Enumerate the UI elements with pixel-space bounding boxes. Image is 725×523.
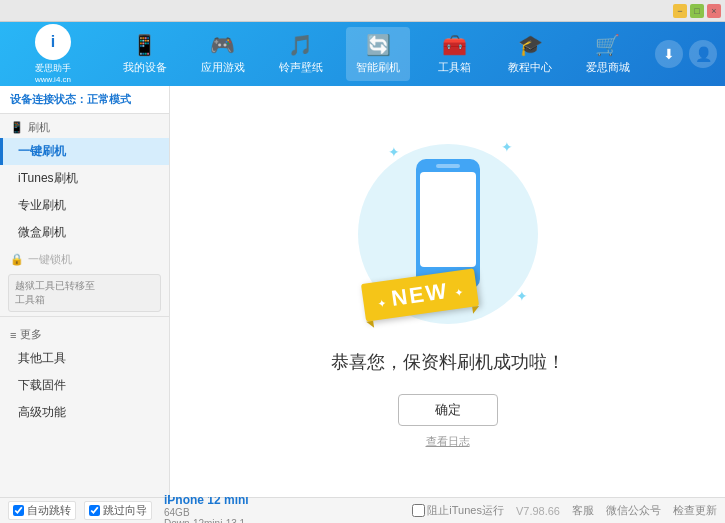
new-text: NEW bbox=[389, 278, 449, 311]
auto-redirect-input[interactable] bbox=[13, 505, 24, 516]
flash-section-label: 刷机 bbox=[28, 120, 50, 135]
ringtones-icon: 🎵 bbox=[288, 33, 313, 57]
sidebar-divider bbox=[0, 316, 169, 317]
auto-redirect-checkbox[interactable]: 自动跳转 bbox=[8, 501, 76, 520]
nav-items: 📱 我的设备 🎮 应用游戏 🎵 铃声壁纸 🔄 智能刷机 🧰 工具箱 🎓 教程中心… bbox=[106, 27, 647, 81]
toolbox-icon: 🧰 bbox=[442, 33, 467, 57]
more-section-icon: ≡ bbox=[10, 329, 16, 341]
version-text: V7.98.66 bbox=[516, 505, 560, 517]
minimize-button[interactable]: − bbox=[673, 4, 687, 18]
sidebar: 设备连接状态：正常模式 📱 刷机 一键刷机 iTunes刷机 专业刷机 微盒刷机… bbox=[0, 86, 170, 497]
status-label: 设备连接状态： bbox=[10, 93, 87, 105]
sidebar-item-dual-flash[interactable]: 微盒刷机 bbox=[0, 219, 169, 246]
nav-my-device[interactable]: 📱 我的设备 bbox=[113, 27, 177, 81]
sparkle-1: ✦ bbox=[388, 144, 400, 160]
store-icon: 🛒 bbox=[595, 33, 620, 57]
auto-redirect-label: 自动跳转 bbox=[27, 503, 71, 518]
logo: i 爱思助手 www.i4.cn bbox=[8, 24, 98, 84]
check-update-link[interactable]: 检查更新 bbox=[673, 503, 717, 518]
star-right-icon: ✦ bbox=[453, 286, 464, 299]
sidebar-item-one-click-flash[interactable]: 一键刷机 bbox=[0, 138, 169, 165]
service-link[interactable]: 客服 bbox=[572, 503, 594, 518]
more-section-label: 更多 bbox=[20, 327, 42, 342]
new-badge: ✦ NEW ✦ bbox=[363, 276, 477, 314]
apps-games-icon: 🎮 bbox=[210, 33, 235, 57]
stop-itunes-label: 阻止iTunes运行 bbox=[427, 503, 504, 518]
nav-apps-games[interactable]: 🎮 应用游戏 bbox=[191, 27, 255, 81]
content-area: 设备连接状态：正常模式 📱 刷机 一键刷机 iTunes刷机 专业刷机 微盒刷机… bbox=[0, 86, 725, 497]
maximize-button[interactable]: □ bbox=[690, 4, 704, 18]
ringtones-label: 铃声壁纸 bbox=[279, 60, 323, 75]
star-left-icon: ✦ bbox=[377, 297, 388, 310]
svg-rect-1 bbox=[420, 172, 476, 267]
stop-itunes: 阻止iTunes运行 bbox=[412, 503, 504, 518]
apps-games-label: 应用游戏 bbox=[201, 60, 245, 75]
sparkle-2: ✦ bbox=[501, 139, 513, 155]
lock-icon: 🔒 bbox=[10, 253, 24, 266]
view-log-link[interactable]: 查看日志 bbox=[426, 434, 470, 449]
success-message: 恭喜您，保资料刷机成功啦！ bbox=[331, 350, 565, 374]
skip-wizard-checkbox[interactable]: 跳过向导 bbox=[84, 501, 152, 520]
main-content: ✦ ✦ ✦ ✦ NEW ✦ bbox=[170, 86, 725, 497]
close-button[interactable]: × bbox=[707, 4, 721, 18]
smart-flash-icon: 🔄 bbox=[366, 33, 391, 57]
device-info: iPhone 12 mini 64GB Down-12mini-13,1 bbox=[164, 493, 249, 524]
svg-rect-3 bbox=[436, 164, 460, 168]
wechat-link[interactable]: 微信公众号 bbox=[606, 503, 661, 518]
nav-smart-flash[interactable]: 🔄 智能刷机 bbox=[346, 27, 410, 81]
device-version: Down-12mini-13,1 bbox=[164, 518, 249, 524]
nav-toolbox[interactable]: 🧰 工具箱 bbox=[424, 27, 484, 81]
toolbox-label: 工具箱 bbox=[438, 60, 471, 75]
logo-icon: i bbox=[35, 24, 71, 60]
skip-wizard-label: 跳过向导 bbox=[103, 503, 147, 518]
my-device-icon: 📱 bbox=[132, 33, 157, 57]
success-illustration: ✦ ✦ ✦ ✦ NEW ✦ bbox=[348, 134, 548, 334]
tutorials-label: 教程中心 bbox=[508, 60, 552, 75]
smart-flash-label: 智能刷机 bbox=[356, 60, 400, 75]
nav-ringtones[interactable]: 🎵 铃声壁纸 bbox=[269, 27, 333, 81]
titlebar: − □ × bbox=[0, 0, 725, 22]
flash-section-header: 📱 刷机 bbox=[0, 114, 169, 138]
logo-text: 爱思助手 www.i4.cn bbox=[35, 62, 71, 84]
skip-wizard-input[interactable] bbox=[89, 505, 100, 516]
status-value: 正常模式 bbox=[87, 93, 131, 105]
my-device-label: 我的设备 bbox=[123, 60, 167, 75]
tutorials-icon: 🎓 bbox=[518, 33, 543, 57]
nav-right-buttons: ⬇ 👤 bbox=[655, 40, 717, 68]
sidebar-item-itunes-flash[interactable]: iTunes刷机 bbox=[0, 165, 169, 192]
sidebar-item-other-tools[interactable]: 其他工具 bbox=[0, 345, 169, 372]
sidebar-item-advanced[interactable]: 高级功能 bbox=[0, 399, 169, 426]
sidebar-item-pro-flash[interactable]: 专业刷机 bbox=[0, 192, 169, 219]
stop-itunes-checkbox[interactable] bbox=[412, 504, 425, 517]
store-label: 爱思商城 bbox=[586, 60, 630, 75]
lock-section-header: 🔒 一键锁机 bbox=[0, 246, 169, 270]
sparkle-3: ✦ bbox=[516, 288, 528, 304]
more-section-header: ≡ 更多 bbox=[0, 321, 169, 345]
connection-status: 设备连接状态：正常模式 bbox=[0, 86, 169, 114]
bottom-bar: 自动跳转 跳过向导 iPhone 12 mini 64GB Down-12min… bbox=[0, 497, 725, 523]
flash-section-icon: 📱 bbox=[10, 121, 24, 134]
top-navigation: i 爱思助手 www.i4.cn 📱 我的设备 🎮 应用游戏 🎵 铃声壁纸 🔄 … bbox=[0, 22, 725, 86]
nav-tutorials[interactable]: 🎓 教程中心 bbox=[498, 27, 562, 81]
download-button[interactable]: ⬇ bbox=[655, 40, 683, 68]
account-button[interactable]: 👤 bbox=[689, 40, 717, 68]
confirm-button[interactable]: 确定 bbox=[398, 394, 498, 426]
bottom-right: 阻止iTunes运行 V7.98.66 客服 微信公众号 检查更新 bbox=[412, 503, 717, 518]
sidebar-item-download-firmware[interactable]: 下载固件 bbox=[0, 372, 169, 399]
device-storage: 64GB bbox=[164, 507, 249, 518]
jailbreak-notice: 越狱工具已转移至 工具箱 bbox=[8, 274, 161, 312]
nav-store[interactable]: 🛒 爱思商城 bbox=[576, 27, 640, 81]
lock-label: 一键锁机 bbox=[28, 252, 72, 267]
